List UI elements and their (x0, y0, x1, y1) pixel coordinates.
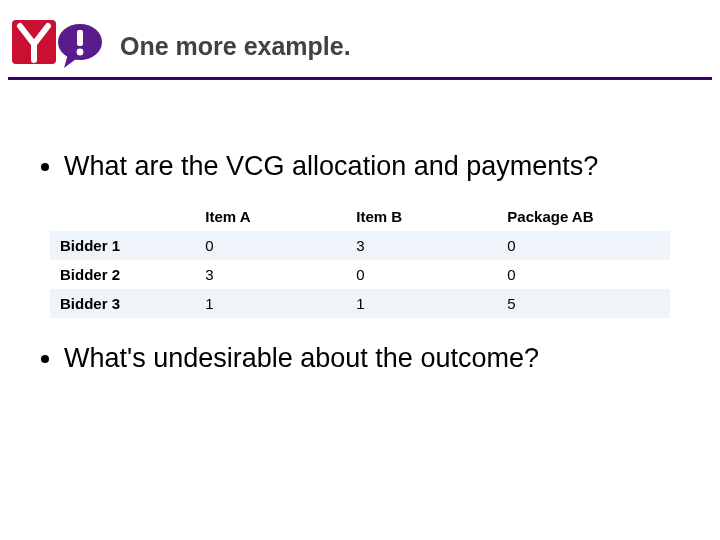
table-cell: 0 (497, 231, 670, 260)
table-header-cell: Item A (195, 202, 346, 231)
table-header-cell (50, 202, 195, 231)
table-cell: 0 (346, 260, 497, 289)
svg-point-4 (77, 49, 84, 56)
table-header-row: Item A Item B Package AB (50, 202, 670, 231)
slide-title: One more example. (120, 32, 720, 61)
table-row: Bidder 2 3 0 0 (50, 260, 670, 289)
table-header-cell: Item B (346, 202, 497, 231)
header-divider (8, 77, 712, 80)
table-header-cell: Package AB (497, 202, 670, 231)
table-cell: 3 (346, 231, 497, 260)
bullet-list: What are the VCG allocation and payments… (36, 150, 684, 184)
bullet-item: What's undesirable about the outcome? (64, 342, 684, 376)
table-cell: 1 (195, 289, 346, 318)
table-cell: 3 (195, 260, 346, 289)
bullet-list: What's undesirable about the outcome? (36, 342, 684, 376)
yahoo-logo-icon (6, 14, 114, 74)
slide-header: One more example. (0, 0, 720, 80)
table-row: Bidder 3 1 1 5 (50, 289, 670, 318)
svg-rect-3 (77, 30, 83, 46)
table-cell-label: Bidder 3 (50, 289, 195, 318)
table-cell: 1 (346, 289, 497, 318)
table-cell-label: Bidder 1 (50, 231, 195, 260)
table-cell: 0 (195, 231, 346, 260)
table-row: Bidder 1 0 3 0 (50, 231, 670, 260)
bullet-item: What are the VCG allocation and payments… (64, 150, 684, 184)
slide: One more example. What are the VCG alloc… (0, 0, 720, 540)
slide-body: What are the VCG allocation and payments… (0, 80, 720, 376)
table-cell-label: Bidder 2 (50, 260, 195, 289)
table-cell: 5 (497, 289, 670, 318)
table-cell: 0 (497, 260, 670, 289)
bids-table: Item A Item B Package AB Bidder 1 0 3 0 … (50, 202, 670, 318)
